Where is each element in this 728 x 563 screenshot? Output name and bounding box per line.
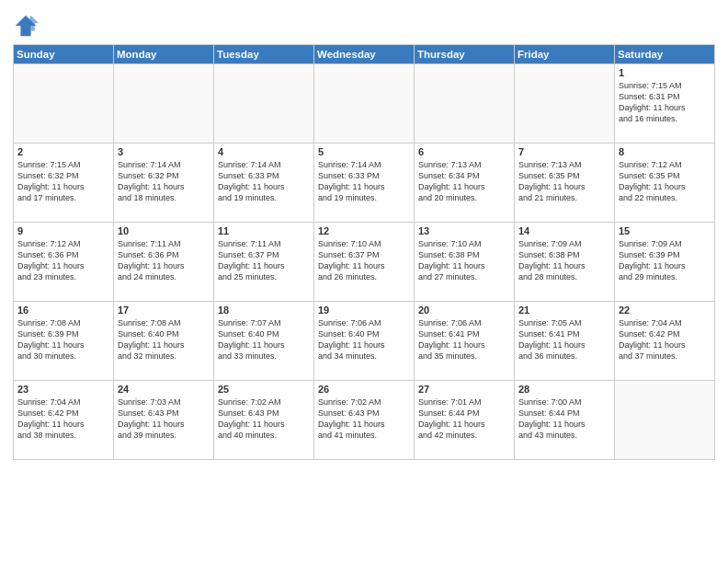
- day-cell: 24Sunrise: 7:03 AM Sunset: 6:43 PM Dayli…: [114, 381, 214, 460]
- day-info: Sunrise: 7:01 AM Sunset: 6:44 PM Dayligh…: [418, 396, 510, 442]
- day-info: Sunrise: 7:02 AM Sunset: 6:43 PM Dayligh…: [318, 396, 410, 442]
- week-row-2: 2Sunrise: 7:15 AM Sunset: 6:32 PM Daylig…: [14, 144, 715, 223]
- day-info: Sunrise: 7:03 AM Sunset: 6:43 PM Dayligh…: [118, 396, 210, 442]
- day-cell: [214, 64, 314, 144]
- day-number: 4: [218, 146, 310, 157]
- day-number: 17: [118, 304, 210, 316]
- day-cell: 18Sunrise: 7:07 AM Sunset: 6:40 PM Dayli…: [214, 302, 314, 381]
- logo-icon: [13, 13, 39, 39]
- day-cell: [314, 64, 415, 144]
- day-cell: 20Sunrise: 7:06 AM Sunset: 6:41 PM Dayli…: [415, 302, 515, 381]
- weekday-header-tuesday: Tuesday: [214, 45, 314, 64]
- day-number: 13: [418, 225, 510, 236]
- day-cell: 19Sunrise: 7:06 AM Sunset: 6:40 PM Dayli…: [314, 302, 415, 381]
- day-info: Sunrise: 7:14 AM Sunset: 6:32 PM Dayligh…: [118, 159, 210, 204]
- day-number: 9: [17, 225, 109, 236]
- calendar-body: 1Sunrise: 7:15 AM Sunset: 6:31 PM Daylig…: [14, 64, 715, 460]
- day-info: Sunrise: 7:04 AM Sunset: 6:42 PM Dayligh…: [619, 317, 711, 362]
- day-info: Sunrise: 7:07 AM Sunset: 6:40 PM Dayligh…: [218, 317, 310, 362]
- day-info: Sunrise: 7:12 AM Sunset: 6:36 PM Dayligh…: [17, 238, 109, 283]
- day-info: Sunrise: 7:00 AM Sunset: 6:44 PM Dayligh…: [518, 396, 610, 442]
- day-cell: 3Sunrise: 7:14 AM Sunset: 6:32 PM Daylig…: [114, 144, 214, 223]
- week-row-3: 9Sunrise: 7:12 AM Sunset: 6:36 PM Daylig…: [14, 223, 715, 302]
- weekday-header-thursday: Thursday: [415, 45, 515, 64]
- day-number: 26: [318, 384, 410, 395]
- day-info: Sunrise: 7:08 AM Sunset: 6:39 PM Dayligh…: [17, 317, 109, 362]
- day-info: Sunrise: 7:04 AM Sunset: 6:42 PM Dayligh…: [17, 396, 109, 442]
- day-cell: 10Sunrise: 7:11 AM Sunset: 6:36 PM Dayli…: [114, 223, 214, 302]
- day-info: Sunrise: 7:06 AM Sunset: 6:41 PM Dayligh…: [418, 317, 510, 362]
- day-cell: 22Sunrise: 7:04 AM Sunset: 6:42 PM Dayli…: [615, 302, 715, 381]
- day-info: Sunrise: 7:13 AM Sunset: 6:34 PM Dayligh…: [418, 159, 510, 204]
- day-info: Sunrise: 7:15 AM Sunset: 6:32 PM Dayligh…: [17, 159, 109, 204]
- weekday-header-friday: Friday: [515, 45, 615, 64]
- day-cell: [415, 64, 515, 144]
- day-info: Sunrise: 7:06 AM Sunset: 6:40 PM Dayligh…: [318, 317, 410, 362]
- day-info: Sunrise: 7:05 AM Sunset: 6:41 PM Dayligh…: [518, 317, 610, 362]
- day-number: 16: [17, 304, 109, 316]
- day-info: Sunrise: 7:13 AM Sunset: 6:35 PM Dayligh…: [518, 159, 610, 204]
- day-cell: 7Sunrise: 7:13 AM Sunset: 6:35 PM Daylig…: [515, 144, 615, 223]
- day-cell: 4Sunrise: 7:14 AM Sunset: 6:33 PM Daylig…: [214, 144, 314, 223]
- header: [13, 9, 715, 39]
- day-number: 25: [218, 384, 310, 395]
- day-cell: 6Sunrise: 7:13 AM Sunset: 6:34 PM Daylig…: [415, 144, 515, 223]
- day-number: 5: [318, 146, 410, 157]
- day-info: Sunrise: 7:09 AM Sunset: 6:38 PM Dayligh…: [518, 238, 610, 283]
- day-number: 3: [118, 146, 210, 157]
- day-number: 2: [17, 146, 109, 157]
- day-number: 1: [619, 67, 711, 78]
- day-cell: 13Sunrise: 7:10 AM Sunset: 6:38 PM Dayli…: [415, 223, 515, 302]
- day-number: 15: [619, 225, 711, 236]
- day-number: 11: [218, 225, 310, 236]
- day-info: Sunrise: 7:10 AM Sunset: 6:38 PM Dayligh…: [418, 238, 510, 283]
- day-cell: 5Sunrise: 7:14 AM Sunset: 6:33 PM Daylig…: [314, 144, 415, 223]
- week-row-5: 23Sunrise: 7:04 AM Sunset: 6:42 PM Dayli…: [14, 381, 715, 460]
- day-number: 7: [518, 146, 610, 157]
- day-info: Sunrise: 7:09 AM Sunset: 6:39 PM Dayligh…: [619, 238, 711, 283]
- day-number: 20: [418, 304, 510, 316]
- weekday-header-monday: Monday: [114, 45, 214, 64]
- day-info: Sunrise: 7:02 AM Sunset: 6:43 PM Dayligh…: [218, 396, 310, 442]
- day-cell: 8Sunrise: 7:12 AM Sunset: 6:35 PM Daylig…: [615, 144, 715, 223]
- day-number: 22: [619, 304, 711, 316]
- day-number: 14: [518, 225, 610, 236]
- day-cell: 17Sunrise: 7:08 AM Sunset: 6:40 PM Dayli…: [114, 302, 214, 381]
- day-cell: 26Sunrise: 7:02 AM Sunset: 6:43 PM Dayli…: [314, 381, 415, 460]
- day-cell: 12Sunrise: 7:10 AM Sunset: 6:37 PM Dayli…: [314, 223, 415, 302]
- day-info: Sunrise: 7:08 AM Sunset: 6:40 PM Dayligh…: [118, 317, 210, 362]
- day-cell: 28Sunrise: 7:00 AM Sunset: 6:44 PM Dayli…: [515, 381, 615, 460]
- day-number: 6: [418, 146, 510, 157]
- weekday-header-saturday: Saturday: [615, 45, 715, 64]
- day-info: Sunrise: 7:12 AM Sunset: 6:35 PM Dayligh…: [619, 159, 711, 204]
- day-number: 28: [518, 384, 610, 395]
- day-cell: [14, 64, 114, 144]
- weekday-header-row: SundayMondayTuesdayWednesdayThursdayFrid…: [14, 45, 715, 64]
- week-row-4: 16Sunrise: 7:08 AM Sunset: 6:39 PM Dayli…: [14, 302, 715, 381]
- day-number: 24: [118, 384, 210, 395]
- day-number: 19: [318, 304, 410, 316]
- weekday-header-wednesday: Wednesday: [314, 45, 415, 64]
- day-info: Sunrise: 7:10 AM Sunset: 6:37 PM Dayligh…: [318, 238, 410, 283]
- day-cell: 9Sunrise: 7:12 AM Sunset: 6:36 PM Daylig…: [14, 223, 114, 302]
- day-cell: 2Sunrise: 7:15 AM Sunset: 6:32 PM Daylig…: [14, 144, 114, 223]
- day-cell: 27Sunrise: 7:01 AM Sunset: 6:44 PM Dayli…: [415, 381, 515, 460]
- day-number: 12: [318, 225, 410, 236]
- day-cell: [114, 64, 214, 144]
- day-number: 8: [619, 146, 711, 157]
- day-cell: 25Sunrise: 7:02 AM Sunset: 6:43 PM Dayli…: [214, 381, 314, 460]
- calendar: SundayMondayTuesdayWednesdayThursdayFrid…: [13, 44, 715, 460]
- day-cell: 21Sunrise: 7:05 AM Sunset: 6:41 PM Dayli…: [515, 302, 615, 381]
- day-info: Sunrise: 7:11 AM Sunset: 6:36 PM Dayligh…: [118, 238, 210, 283]
- day-number: 27: [418, 384, 510, 395]
- day-info: Sunrise: 7:14 AM Sunset: 6:33 PM Dayligh…: [218, 159, 310, 204]
- day-number: 21: [518, 304, 610, 316]
- day-info: Sunrise: 7:15 AM Sunset: 6:31 PM Dayligh…: [619, 80, 711, 125]
- logo: [13, 13, 42, 39]
- day-cell: 1Sunrise: 7:15 AM Sunset: 6:31 PM Daylig…: [615, 64, 715, 144]
- day-info: Sunrise: 7:14 AM Sunset: 6:33 PM Dayligh…: [318, 159, 410, 204]
- week-row-1: 1Sunrise: 7:15 AM Sunset: 6:31 PM Daylig…: [14, 64, 715, 144]
- day-cell: [515, 64, 615, 144]
- day-cell: 23Sunrise: 7:04 AM Sunset: 6:42 PM Dayli…: [14, 381, 114, 460]
- page-container: SundayMondayTuesdayWednesdayThursdayFrid…: [0, 0, 728, 563]
